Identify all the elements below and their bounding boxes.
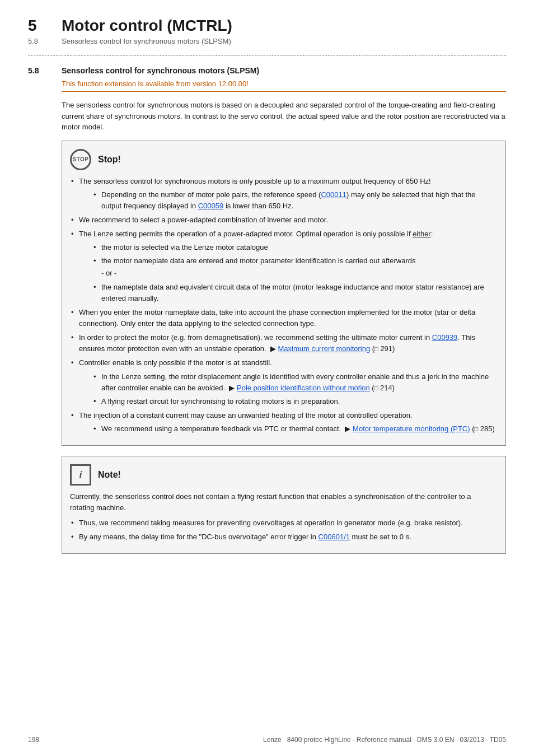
note-box-header: i Note! bbox=[70, 464, 495, 486]
list-item: the motor nameplate data are entered and… bbox=[92, 255, 495, 279]
list-item: When you enter the motor nameplate data,… bbox=[70, 307, 495, 329]
publisher-info: Lenze · 8400 protec HighLine · Reference… bbox=[263, 736, 506, 744]
item-text: The injection of a constant current may … bbox=[79, 411, 412, 419]
note-box: i Note! Currently, the sensorless contro… bbox=[62, 456, 506, 554]
item-text: By any means, the delay time for the "DC… bbox=[79, 533, 411, 541]
note-icon-text: i bbox=[79, 469, 82, 481]
list-item: the nameplate data and equivalent circui… bbox=[92, 282, 495, 304]
sub-list: We recommend using a temperature feedbac… bbox=[79, 423, 495, 435]
item-text: Controller enable is only possible if th… bbox=[79, 358, 272, 367]
section-title: Sensorless control for synchronous motor… bbox=[62, 66, 259, 75]
note-title: Note! bbox=[98, 470, 121, 480]
item-text: The sensorless control for synchronous m… bbox=[79, 177, 431, 185]
note-icon: i bbox=[70, 464, 91, 486]
list-item: We recommend to select a power-adapted c… bbox=[70, 214, 495, 226]
section-heading: 5.8 Sensorless control for synchronous m… bbox=[28, 66, 506, 75]
list-item: In order to protect the motor (e.g. from… bbox=[70, 332, 495, 354]
sub-title: Sensorless control for synchronous motor… bbox=[62, 37, 231, 45]
item-text: The Lenze setting permits the operation … bbox=[79, 230, 433, 238]
note-content: Currently, the sensorless control does n… bbox=[70, 491, 495, 543]
section-divider bbox=[28, 55, 506, 56]
sub-list: In the Lenze setting, the rotor displace… bbox=[79, 371, 495, 407]
stop-list: The sensorless control for synchronous m… bbox=[70, 176, 495, 435]
item-text: Thus, we recommend taking measures for p… bbox=[79, 519, 463, 527]
c00601-link[interactable]: C00601/1 bbox=[318, 533, 350, 541]
motor-temp-link[interactable]: Motor temperature monitoring (PTC) bbox=[353, 424, 470, 433]
sub-list: Depending on the number of motor pole pa… bbox=[79, 189, 495, 212]
page-number: 198 bbox=[28, 736, 39, 744]
chapter-title: Motor control (MCTRL) bbox=[62, 17, 232, 35]
stop-box-header: STOP Stop! bbox=[70, 149, 495, 170]
c00939-link[interactable]: C00939 bbox=[432, 333, 458, 342]
note-intro: Currently, the sensorless control does n… bbox=[70, 491, 495, 514]
list-item: By any means, the delay time for the "DC… bbox=[70, 531, 495, 543]
stop-box: STOP Stop! The sensorless control for sy… bbox=[62, 141, 506, 446]
list-item: Thus, we recommend taking measures for p… bbox=[70, 517, 495, 529]
list-item: A flying restart circuit for synchronisi… bbox=[92, 396, 495, 407]
list-item: The sensorless control for synchronous m… bbox=[70, 176, 495, 212]
item-text: We recommend to select a power-adapted c… bbox=[79, 216, 328, 224]
stop-icon-text: STOP bbox=[72, 156, 88, 162]
c00011-link[interactable]: C00011 bbox=[321, 190, 346, 199]
note-list: Thus, we recommend taking measures for p… bbox=[70, 517, 495, 543]
sub-header: 5.8 Sensorless control for synchronous m… bbox=[28, 37, 506, 45]
page-footer: 198 Lenze · 8400 protec HighLine · Refer… bbox=[28, 736, 506, 744]
sub-number: 5.8 bbox=[28, 37, 62, 45]
c00059-link[interactable]: C00059 bbox=[198, 202, 224, 210]
list-item: We recommend using a temperature feedbac… bbox=[92, 423, 495, 435]
list-item: In the Lenze setting, the rotor displace… bbox=[92, 371, 495, 394]
pole-position-link[interactable]: Pole position identification without mot… bbox=[237, 384, 370, 392]
list-item: The injection of a constant current may … bbox=[70, 410, 495, 435]
stop-title: Stop! bbox=[98, 155, 121, 165]
page-header: 5 Motor control (MCTRL) bbox=[28, 17, 506, 35]
section-number: 5.8 bbox=[28, 66, 62, 75]
intro-text: The sensorless control for synchronous m… bbox=[62, 100, 506, 133]
stop-icon: STOP bbox=[70, 149, 91, 170]
chapter-number: 5 bbox=[28, 17, 62, 35]
list-item: Depending on the number of motor pole pa… bbox=[92, 189, 495, 212]
sub-list: the motor is selected via the Lenze moto… bbox=[79, 242, 495, 304]
list-item: the motor is selected via the Lenze moto… bbox=[92, 242, 495, 253]
item-text: When you enter the motor nameplate data,… bbox=[79, 308, 475, 328]
version-note: This function extension is available fro… bbox=[62, 80, 506, 92]
stop-content: The sensorless control for synchronous m… bbox=[70, 176, 495, 435]
max-current-link[interactable]: Maximum current monitoring bbox=[278, 344, 370, 353]
list-item: The Lenze setting permits the operation … bbox=[70, 228, 495, 304]
item-text: In order to protect the motor (e.g. from… bbox=[79, 333, 475, 353]
list-item: Controller enable is only possible if th… bbox=[70, 357, 495, 407]
